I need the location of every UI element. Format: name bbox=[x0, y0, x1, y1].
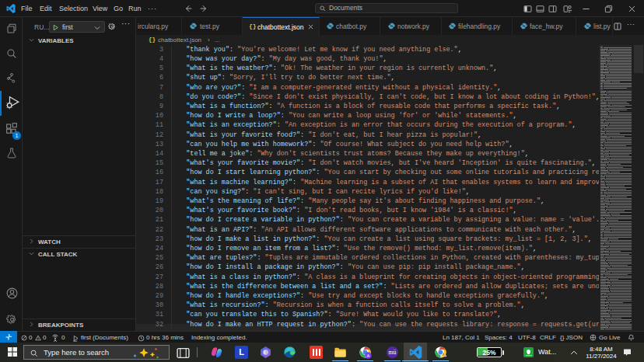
svg-text:mü: mü bbox=[389, 349, 397, 356]
svg-text:!: ! bbox=[443, 353, 444, 357]
svg-text:A: A bbox=[367, 353, 370, 358]
